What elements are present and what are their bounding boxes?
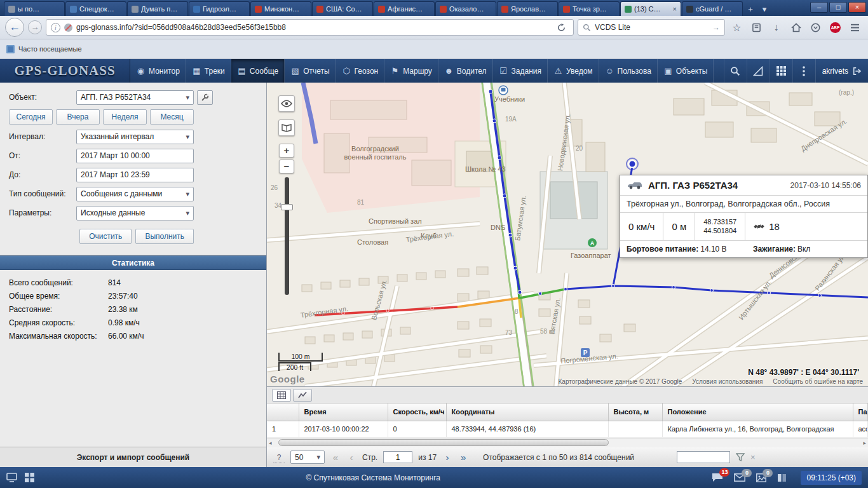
export-import-section[interactable]: Экспорт и импорт сообщений	[0, 447, 266, 467]
message-type-select[interactable]: Сообщения с данными▾	[76, 187, 194, 201]
filter-input[interactable]	[677, 451, 730, 463]
new-tab-button[interactable]: +	[743, 3, 757, 16]
browser-tab[interactable]: Оказало… ×	[435, 1, 496, 16]
browser-tab[interactable]: ы по… ×	[4, 1, 65, 16]
adblock-icon[interactable]: ABP	[827, 20, 843, 36]
track-visibility-button[interactable]	[278, 95, 295, 112]
prev-page-button[interactable]: ‹	[346, 452, 356, 463]
zoom-out-button[interactable]: −	[279, 159, 294, 173]
chart-view-tab[interactable]	[293, 389, 312, 402]
nav-item[interactable]: ◉ Монитор	[130, 59, 186, 83]
clear-button[interactable]: Очистить	[79, 229, 132, 244]
nav-item[interactable]: ▧ Отчеты	[285, 59, 336, 83]
column-header[interactable]: Высота, м	[608, 403, 662, 421]
browser-tab[interactable]: Думать п… ×	[127, 1, 188, 16]
column-header[interactable]: Скорость, км/ч	[388, 403, 446, 421]
url-text[interactable]: gps-glonass.info/?sid=056dd908a46b28d83e…	[76, 23, 550, 32]
mixed-content-icon[interactable]	[64, 24, 72, 32]
downloads-icon[interactable]: ↓	[768, 20, 784, 36]
scroll-right-icon[interactable]: ▸	[863, 439, 866, 447]
object-select[interactable]: АГП. ГАЗ Р652ТА34▾	[76, 90, 194, 105]
quick-range-button[interactable]: Неделя	[103, 109, 147, 125]
zoom-in-button[interactable]: +	[279, 144, 294, 158]
map[interactable]: P А Волгоградский военный госпитальШкола…	[267, 83, 868, 386]
site-info-icon[interactable]: i	[51, 23, 60, 32]
terms-link[interactable]: Условия использования	[692, 378, 763, 385]
user-menu[interactable]: akrivets	[815, 59, 868, 83]
to-date-input[interactable]	[76, 168, 194, 182]
nav-item[interactable]: ⬡ Геозон	[336, 59, 385, 83]
map-layers-button[interactable]	[278, 119, 295, 136]
bookmark-item[interactable]: Часто посещаемые	[18, 45, 82, 53]
more-options-icon[interactable]	[792, 59, 815, 83]
window-minimize-button[interactable]: –	[810, 2, 828, 13]
media-icon[interactable]: 0	[756, 473, 766, 482]
nav-item[interactable]: ☺ Пользова	[599, 59, 658, 83]
mail-icon[interactable]: 0	[734, 473, 745, 482]
columns-icon[interactable]	[777, 473, 787, 482]
clear-filter-icon[interactable]: ×	[750, 452, 756, 462]
bookmark-star-icon[interactable]: ☆	[729, 20, 745, 36]
browser-tab[interactable]: cGuard / … ×	[682, 1, 743, 16]
window-maximize-button[interactable]: □	[829, 2, 847, 13]
report-error-link[interactable]: Сообщить об ошибке на карте	[773, 378, 863, 385]
search-go-icon[interactable]: →	[712, 23, 720, 32]
page-size-select[interactable]: 50▾	[290, 451, 325, 464]
browser-tab[interactable]: Ярослав… ×	[497, 1, 558, 16]
browser-tab[interactable]: Минэкон… ×	[250, 1, 311, 16]
browser-tab[interactable]: Точка зр… ×	[559, 1, 620, 16]
column-header[interactable]: Время	[299, 403, 388, 421]
zoom-slider-handle[interactable]	[281, 204, 293, 210]
pocket-icon[interactable]	[808, 20, 824, 36]
table-view-tab[interactable]	[272, 389, 291, 402]
search-input[interactable]	[595, 23, 709, 32]
nav-item[interactable]: ▣ Объекты	[658, 59, 714, 83]
browser-tab[interactable]: (13) С… ×	[620, 1, 681, 16]
scrollbar-thumb[interactable]	[278, 439, 609, 446]
nav-item[interactable]: ▤ Сообще	[231, 59, 285, 83]
horizontal-scrollbar[interactable]: ◂ ▸	[267, 438, 868, 447]
header-search-icon[interactable]	[724, 59, 747, 83]
panels-grid-icon[interactable]	[25, 473, 34, 482]
logout-icon[interactable]	[853, 67, 862, 76]
nav-item[interactable]: ▦ Треки	[186, 59, 231, 83]
browser-tab[interactable]: Гидроэл… ×	[189, 1, 250, 16]
url-bar[interactable]: i gps-glonass.info/?sid=056dd908a46b28d8…	[46, 19, 574, 36]
browser-tab[interactable]: Спецдок… ×	[65, 1, 126, 16]
column-header[interactable]: Координаты	[446, 403, 608, 421]
parameters-select[interactable]: Исходные данные▾	[76, 206, 194, 220]
quick-range-button[interactable]: Месяц	[150, 109, 194, 125]
nav-item[interactable]: ☑ Задания	[493, 59, 548, 83]
last-page-button[interactable]: »	[458, 452, 468, 463]
column-header[interactable]: Положение	[662, 403, 853, 421]
zoom-slider[interactable]	[285, 177, 289, 295]
table-row[interactable]: 12017-03-10 00:00:220 48.733944, 44.4879…	[267, 421, 868, 437]
browser-tab[interactable]: Афганис… ×	[374, 1, 435, 16]
scroll-left-icon[interactable]: ◂	[269, 439, 272, 447]
nav-item[interactable]: ☻ Водител	[438, 59, 493, 83]
column-header[interactable]: Пар	[853, 403, 868, 421]
pager-help-icon[interactable]: ?	[273, 452, 285, 463]
measure-ruler-icon[interactable]	[747, 59, 770, 83]
home-icon[interactable]	[788, 20, 804, 36]
filter-funnel-icon[interactable]	[736, 453, 745, 461]
execute-button[interactable]: Выполнить	[135, 229, 194, 244]
object-settings-button[interactable]	[197, 90, 213, 105]
first-page-button[interactable]: «	[330, 452, 341, 463]
reload-icon[interactable]	[553, 20, 569, 35]
column-header[interactable]	[267, 403, 299, 421]
nav-item[interactable]: ⚠ Уведом	[548, 59, 599, 83]
monitor-layout-icon[interactable]	[6, 473, 17, 482]
apps-grid-icon[interactable]	[770, 59, 792, 83]
quick-range-button[interactable]: Сегодня	[9, 109, 53, 125]
browser-tab[interactable]: США: Со… ×	[312, 1, 373, 16]
interval-select[interactable]: Указанный интервал▾	[76, 130, 194, 144]
nav-item[interactable]: ⚑ Маршру	[384, 59, 438, 83]
menu-icon[interactable]	[847, 20, 863, 36]
tab-close-icon[interactable]: ×	[673, 5, 677, 13]
bookmarks-panel-icon[interactable]	[749, 20, 764, 36]
chat-messages-icon[interactable]: 13	[712, 473, 723, 482]
window-close-button[interactable]: ×	[848, 2, 866, 13]
from-date-input[interactable]	[76, 149, 194, 163]
page-number-input[interactable]	[383, 451, 412, 463]
